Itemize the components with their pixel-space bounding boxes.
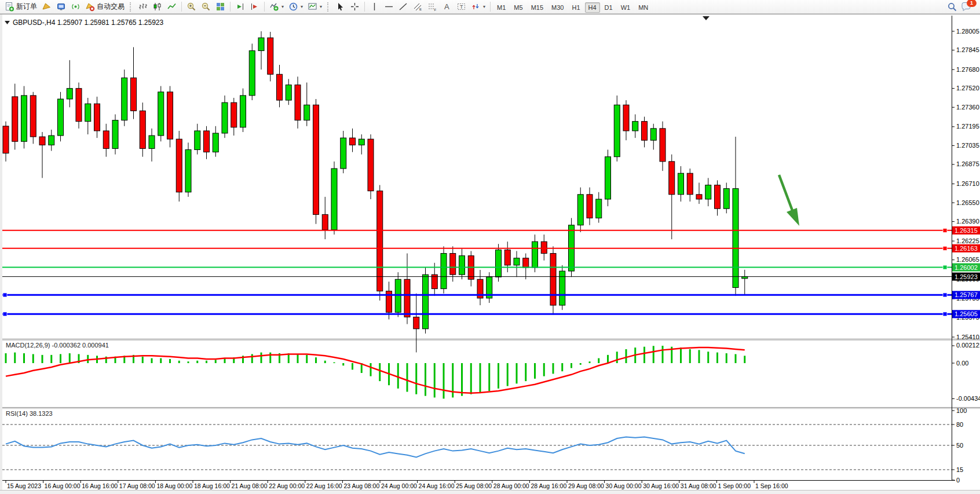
hline-handle[interactable] bbox=[943, 228, 947, 232]
price-tick-label: 1.26065 bbox=[956, 256, 979, 263]
line-chart-button[interactable] bbox=[164, 1, 179, 13]
template-button[interactable]: ▾ bbox=[305, 1, 324, 13]
price-tag-label: 1.26315 bbox=[955, 227, 978, 234]
zoom-out-button[interactable] bbox=[199, 1, 213, 13]
chat-button[interactable]: 1 bbox=[961, 2, 972, 12]
time-axis[interactable]: 15 Aug 202316 Aug 00:0016 Aug 16:0017 Au… bbox=[6, 481, 788, 489]
candle-body bbox=[286, 85, 291, 100]
equidistant-channel-tool-button[interactable]: E bbox=[411, 1, 425, 13]
bar-chart-icon bbox=[138, 2, 148, 12]
candle-body bbox=[705, 185, 711, 199]
candle-body bbox=[368, 139, 374, 191]
chart-shift-icon bbox=[250, 2, 259, 12]
arrows-tool-button[interactable]: ▾ bbox=[469, 1, 488, 13]
candle-body bbox=[295, 85, 301, 120]
text-tool-button[interactable]: A bbox=[440, 1, 454, 13]
candle-body bbox=[423, 275, 429, 329]
indicators-button[interactable]: ▾ bbox=[267, 1, 286, 13]
candle-body bbox=[496, 250, 502, 277]
dropdown-arrow-icon: ▾ bbox=[320, 4, 322, 9]
candle-body bbox=[158, 92, 164, 136]
candle-body bbox=[560, 271, 565, 305]
hline-handle[interactable] bbox=[3, 312, 7, 316]
cursor-tool-button[interactable] bbox=[333, 1, 348, 13]
candle-body bbox=[450, 254, 456, 275]
candle-body bbox=[341, 138, 346, 169]
signal-button[interactable] bbox=[68, 1, 83, 13]
timeframe-button-M5[interactable]: M5 bbox=[510, 2, 526, 13]
hline-handle[interactable] bbox=[943, 246, 947, 250]
candle-body bbox=[587, 195, 593, 218]
candle-body bbox=[76, 89, 82, 122]
timeframe-button-H1[interactable]: H1 bbox=[568, 2, 583, 13]
crosshair-tool-button[interactable] bbox=[348, 1, 362, 13]
zoom-in-button[interactable] bbox=[184, 1, 199, 13]
text-label-tool-button[interactable]: T bbox=[454, 1, 469, 13]
time-tick-label: 22 Aug 00:00 bbox=[269, 482, 305, 489]
macd-tick-label: 0.00 bbox=[956, 360, 968, 367]
time-tick-label: 28 Aug 00:00 bbox=[493, 482, 529, 489]
candle-body bbox=[414, 317, 419, 328]
candle-body bbox=[377, 191, 383, 291]
timeframe-toolbar: M1M5M15M30H1H4D1W1MN bbox=[493, 2, 652, 12]
candle-body bbox=[195, 131, 200, 150]
timeframe-button-M1[interactable]: M1 bbox=[493, 2, 509, 13]
tile-windows-button[interactable] bbox=[213, 1, 228, 13]
candle-body bbox=[441, 254, 447, 289]
mt4-window: 新订单 自动交易 bbox=[0, 0, 980, 494]
candle-body bbox=[58, 99, 64, 136]
candle-body bbox=[131, 78, 137, 111]
hline-handle[interactable] bbox=[3, 293, 7, 297]
candle-body bbox=[650, 129, 656, 140]
new-order-button[interactable]: 新订单 bbox=[2, 1, 39, 13]
timeframe-button-H4[interactable]: H4 bbox=[585, 2, 600, 13]
time-tick-label: 21 Aug 08:00 bbox=[232, 482, 268, 489]
candle-body bbox=[723, 189, 729, 209]
timeframe-button-M15[interactable]: M15 bbox=[528, 2, 547, 13]
time-tick-label: 1 Sep 00:00 bbox=[718, 482, 751, 489]
timeframe-button-MN[interactable]: MN bbox=[635, 2, 652, 13]
hline-handle[interactable] bbox=[943, 293, 947, 297]
time-tick-label: 18 Aug 16:00 bbox=[194, 482, 230, 489]
line-chart-icon bbox=[167, 2, 177, 12]
hline-handle[interactable] bbox=[943, 312, 947, 316]
candle-body bbox=[213, 133, 218, 152]
chart-canvas[interactable]: 1.280051.278451.276801.275201.273601.271… bbox=[0, 0, 980, 494]
text-label-icon: T bbox=[456, 2, 466, 12]
toolbar-grip[interactable] bbox=[130, 2, 133, 12]
bar-chart-button[interactable] bbox=[136, 1, 150, 13]
main-toolbar: 新订单 自动交易 bbox=[0, 0, 980, 14]
trendline-tool-button[interactable] bbox=[396, 1, 411, 13]
autotrade-button[interactable]: 自动交易 bbox=[83, 1, 127, 13]
svg-text:T: T bbox=[460, 4, 463, 10]
hline-handle[interactable] bbox=[943, 265, 947, 269]
time-tick-label: 18 Aug 00:00 bbox=[156, 482, 192, 489]
toolbar-grip[interactable] bbox=[327, 2, 330, 12]
time-tick-label: 24 Aug 00:00 bbox=[381, 482, 417, 489]
time-tick-label: 22 Aug 16:00 bbox=[306, 482, 342, 489]
horizontal-line-tool-button[interactable] bbox=[382, 1, 396, 13]
timeframe-button-W1[interactable]: W1 bbox=[617, 2, 634, 13]
cursor-icon bbox=[335, 2, 345, 12]
candlestick-chart-button[interactable] bbox=[150, 1, 164, 13]
chart-shift-button[interactable] bbox=[247, 1, 262, 13]
periods-button[interactable]: ▾ bbox=[286, 1, 305, 13]
timeframe-button-M30[interactable]: M30 bbox=[548, 2, 567, 13]
candle-body bbox=[669, 162, 675, 195]
timeframe-button-D1[interactable]: D1 bbox=[601, 2, 616, 13]
vertical-line-tool-button[interactable] bbox=[367, 1, 382, 13]
fibonacci-tool-button[interactable]: F bbox=[425, 1, 440, 13]
candle-body bbox=[523, 258, 529, 268]
gold-pyramid-button[interactable] bbox=[39, 1, 54, 13]
fibonacci-icon: F bbox=[427, 2, 437, 12]
candle-body bbox=[122, 78, 127, 120]
market-monitor-button[interactable] bbox=[54, 1, 68, 13]
time-tick-label: 25 Aug 08:00 bbox=[456, 482, 492, 489]
auto-scroll-button[interactable] bbox=[233, 1, 247, 13]
rsi-tick-label: 0 bbox=[956, 477, 960, 484]
time-tick-label: 30 Aug 00:00 bbox=[606, 482, 642, 489]
time-tick-label: 24 Aug 16:00 bbox=[419, 482, 455, 489]
search-icon[interactable] bbox=[947, 2, 957, 12]
candle-body bbox=[3, 126, 9, 153]
periods-clock-icon bbox=[288, 2, 298, 12]
